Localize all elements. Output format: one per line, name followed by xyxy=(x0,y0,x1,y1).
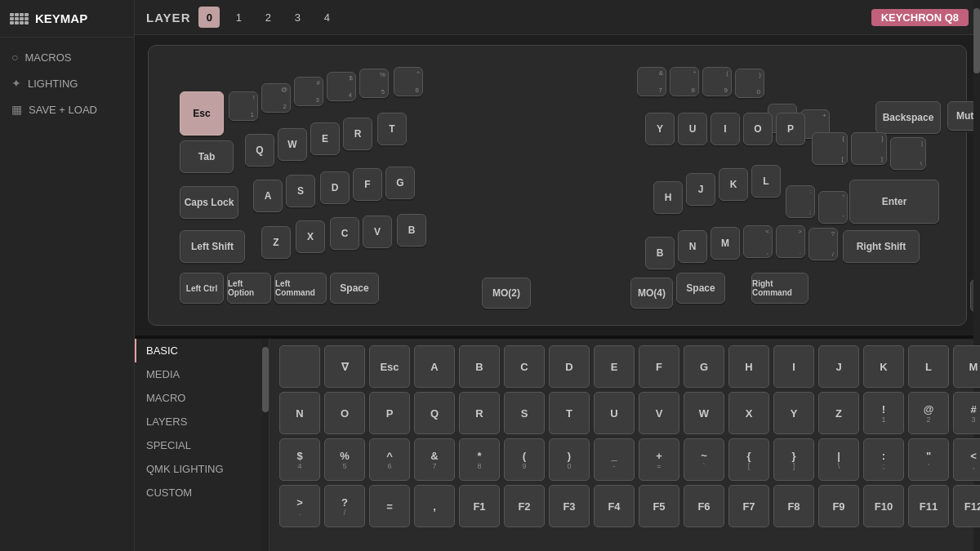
key-tab[interactable]: Tab xyxy=(180,140,234,173)
key-3[interactable]: # 3 xyxy=(294,77,323,106)
key-x[interactable]: X xyxy=(296,220,325,253)
key-z[interactable]: Z xyxy=(261,226,291,259)
grid-key-trns[interactable]: ∇ xyxy=(324,345,365,388)
key-period[interactable]: > . xyxy=(776,225,805,258)
key-6[interactable]: ^ 6 xyxy=(394,67,423,96)
key-slash[interactable]: ? / xyxy=(808,228,838,260)
key-rbracket[interactable]: } ] xyxy=(851,132,887,165)
key-lbracket[interactable]: { [ xyxy=(812,132,848,165)
key-w[interactable]: W xyxy=(278,128,307,161)
category-basic[interactable]: BASIC xyxy=(135,339,262,362)
grid-key-s[interactable]: S xyxy=(504,392,545,434)
key-semicolon[interactable]: : ; xyxy=(786,185,815,218)
category-qmk-lighting[interactable]: QMK LIGHTING xyxy=(135,457,262,481)
key-i[interactable]: I xyxy=(710,113,740,145)
grid-key-o[interactable]: O xyxy=(324,392,365,434)
category-custom[interactable]: CUSTOM xyxy=(135,481,262,504)
key-y[interactable]: Y xyxy=(645,113,675,145)
grid-key-f9[interactable]: F9 xyxy=(818,485,859,527)
grid-key-rparen[interactable]: )0 xyxy=(549,438,590,481)
key-l[interactable]: L xyxy=(751,165,781,198)
grid-key-u[interactable]: U xyxy=(594,392,635,434)
key-k[interactable]: K xyxy=(719,168,748,201)
grid-key-amp[interactable]: &7 xyxy=(414,438,455,481)
grid-key-rcurly[interactable]: }] xyxy=(773,438,814,481)
key-rshift[interactable]: Right Shift xyxy=(843,230,920,263)
key-d[interactable]: D xyxy=(320,171,350,204)
key-lcmd[interactable]: Left Command xyxy=(274,273,327,304)
key-h[interactable]: H xyxy=(653,181,683,214)
grid-key-f12[interactable]: F12 xyxy=(953,485,980,527)
key-q[interactable]: Q xyxy=(245,134,274,167)
grid-key-f5[interactable]: F5 xyxy=(639,485,679,527)
key-esc[interactable]: Esc xyxy=(180,91,224,136)
grid-key-gt[interactable]: >. xyxy=(279,485,320,527)
grid-key-lparen[interactable]: (9 xyxy=(504,438,545,481)
key-lshift[interactable]: Left Shift xyxy=(180,230,245,263)
key-f[interactable]: F xyxy=(353,168,382,201)
key-r[interactable]: R xyxy=(343,118,372,150)
grid-key-percent[interactable]: %5 xyxy=(324,438,365,481)
layer-btn-2[interactable]: 2 xyxy=(257,7,278,28)
grid-key-f4[interactable]: F4 xyxy=(594,485,635,527)
grid-key-esc[interactable]: Esc xyxy=(369,345,410,388)
grid-key-a[interactable]: A xyxy=(414,345,455,388)
grid-key-f8[interactable]: F8 xyxy=(773,485,814,527)
key-m[interactable]: M xyxy=(710,227,740,260)
grid-key-f3[interactable]: F3 xyxy=(549,485,590,527)
grid-key-h[interactable]: H xyxy=(728,345,769,388)
key-c[interactable]: C xyxy=(330,217,359,250)
grid-key-j[interactable]: J xyxy=(818,345,859,388)
grid-key-empty[interactable] xyxy=(279,345,320,388)
grid-key-underscore[interactable]: _- xyxy=(594,438,635,481)
key-quote[interactable]: " ' xyxy=(818,191,848,224)
key-t[interactable]: T xyxy=(377,113,407,145)
grid-key-e[interactable]: E xyxy=(594,345,635,388)
key-j[interactable]: J xyxy=(686,173,715,206)
grid-key-g[interactable]: G xyxy=(684,345,724,388)
grid-key-b[interactable]: B xyxy=(459,345,500,388)
key-e[interactable]: E xyxy=(310,122,340,155)
category-special[interactable]: SPECIAL xyxy=(135,433,262,457)
grid-key-x[interactable]: X xyxy=(728,392,769,434)
key-7[interactable]: & 7 xyxy=(637,67,666,96)
layer-btn-0[interactable]: 0 xyxy=(198,7,220,28)
grid-key-l[interactable]: L xyxy=(908,345,949,388)
grid-key-z[interactable]: Z xyxy=(818,392,859,434)
grid-key-excl[interactable]: !1 xyxy=(863,392,904,434)
grid-key-f2[interactable]: F2 xyxy=(504,485,545,527)
grid-key-pipe[interactable]: |\ xyxy=(818,438,859,481)
grid-key-m[interactable]: M xyxy=(953,345,980,388)
grid-key-tilde[interactable]: ~` xyxy=(684,438,724,481)
category-layers[interactable]: LAYERS xyxy=(135,410,262,433)
key-mo2[interactable]: MO(2) xyxy=(482,278,531,309)
key-v[interactable]: V xyxy=(363,216,392,248)
key-comma[interactable]: < , xyxy=(743,225,773,258)
grid-key-d[interactable]: D xyxy=(549,345,590,388)
grid-key-dquote[interactable]: "' xyxy=(908,438,949,481)
grid-key-q[interactable]: Q xyxy=(414,392,455,434)
category-media[interactable]: MEDIA xyxy=(135,362,262,386)
categories-scrollbar[interactable] xyxy=(262,339,269,551)
layer-btn-4[interactable]: 4 xyxy=(316,7,337,28)
grid-key-f1[interactable]: F1 xyxy=(459,485,500,527)
key-b2[interactable]: B xyxy=(645,237,675,269)
key-b[interactable]: B xyxy=(397,214,426,247)
grid-key-caret[interactable]: ^6 xyxy=(369,438,410,481)
grid-key-r[interactable]: R xyxy=(459,392,500,434)
sidebar-item-lighting[interactable]: ✦ LIGHTING xyxy=(0,70,134,96)
key-a[interactable]: A xyxy=(253,180,283,212)
key-n[interactable]: N xyxy=(678,230,707,263)
key-0[interactable]: ) 0 xyxy=(735,69,764,98)
grid-key-lcurly[interactable]: {[ xyxy=(728,438,769,481)
key-1[interactable]: ! 1 xyxy=(229,91,258,121)
category-macro[interactable]: MACRO xyxy=(135,386,262,410)
key-g[interactable]: G xyxy=(385,167,415,199)
layer-btn-3[interactable]: 3 xyxy=(287,7,308,28)
grid-key-at[interactable]: @2 xyxy=(908,392,949,434)
grid-key-f11[interactable]: F11 xyxy=(908,485,949,527)
key-space1[interactable]: Space xyxy=(330,273,379,304)
key-capslock[interactable]: Caps Lock xyxy=(180,186,238,219)
grid-key-star[interactable]: *8 xyxy=(459,438,500,481)
grid-key-plus[interactable]: += xyxy=(639,438,679,481)
